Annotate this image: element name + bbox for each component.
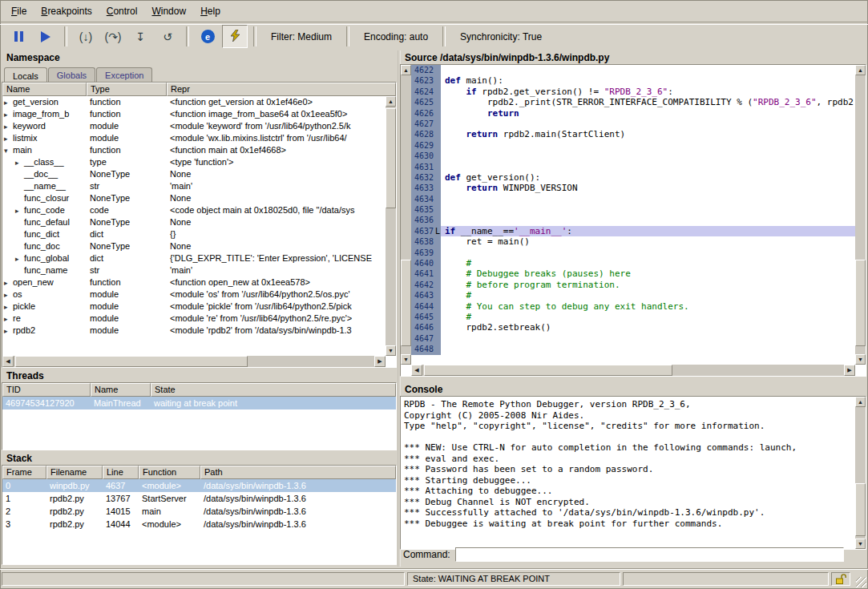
source-left-vscrollbar[interactable]: ▲ ▼ <box>401 65 411 365</box>
stack-frame-row[interactable]: 1rpdb2.py13767StartServer/data/sys/bin/w… <box>2 492 396 505</box>
namespace-row[interactable]: ▸image_from_bfunction<function image_fro… <box>2 108 386 120</box>
stack-frame-row[interactable]: 3rpdb2.py14044<module>/data/sys/bin/winp… <box>2 518 396 531</box>
namespace-row[interactable]: __doc__NoneTypeNone <box>2 168 386 180</box>
line-number-margin[interactable]: 4633 <box>411 183 441 193</box>
namespace-column-header-type[interactable]: Type <box>87 83 167 96</box>
scroll-right-icon[interactable]: ▶ <box>374 356 386 367</box>
step-return-button[interactable]: ↧ <box>127 25 153 48</box>
source-line[interactable]: 4636 <box>411 215 855 225</box>
scroll-thumb[interactable] <box>855 260 866 346</box>
line-number-margin[interactable]: 4637L <box>411 226 441 236</box>
source-line[interactable]: 4647 <box>411 333 855 344</box>
stack-frame-row[interactable]: 2rpdb2.py14015main/data/sys/bin/winpdb-1… <box>2 505 396 518</box>
source-line[interactable]: 4638 ret = main() <box>411 236 855 247</box>
namespace-row[interactable]: func_closurNoneTypeNone <box>2 192 386 204</box>
scroll-down-icon[interactable]: ▼ <box>401 354 411 365</box>
threads-column-header-tid[interactable]: TID <box>2 383 91 397</box>
namespace-vscrollbar[interactable]: ▲ ▼ <box>386 96 396 356</box>
source-line[interactable]: 4631 <box>411 162 855 172</box>
namespace-row[interactable]: ▸get_versionfunction<function get_versio… <box>2 96 386 108</box>
source-hscrollbar[interactable]: ◀ ▶ <box>411 365 855 376</box>
synchronicity-label[interactable]: Synchronicity: True <box>460 31 542 42</box>
scroll-track[interactable] <box>14 356 374 367</box>
tree-collapsed-icon[interactable]: ▸ <box>15 205 24 216</box>
line-number-margin[interactable]: 4641 <box>411 268 441 279</box>
source-line[interactable]: 4648 <box>411 344 855 354</box>
line-number-margin[interactable]: 4626 <box>411 108 441 119</box>
scroll-up-icon[interactable]: ▲ <box>386 96 396 107</box>
source-line[interactable]: 4627 <box>411 119 855 129</box>
tree-collapsed-icon[interactable]: ▸ <box>4 325 13 337</box>
namespace-row[interactable]: ▸rpdb2module<module 'rpdb2' from '/data/… <box>2 325 386 337</box>
menu-item-breakpoints[interactable]: Breakpoints <box>34 2 99 20</box>
resize-grip[interactable] <box>856 577 866 587</box>
namespace-row[interactable]: ▸func_codecode<code object main at 0x180… <box>2 204 386 216</box>
stack-column-header-frame[interactable]: Frame <box>2 466 46 479</box>
source-line[interactable]: 4622 <box>411 65 855 75</box>
scroll-track[interactable] <box>401 75 411 354</box>
step-over-button[interactable]: (↷) <box>100 25 126 48</box>
command-input[interactable] <box>455 547 844 562</box>
namespace-row[interactable]: ▸remodule<module 're' from '/usr/lib64/p… <box>2 313 386 325</box>
line-number-margin[interactable]: 4635 <box>411 204 441 215</box>
source-vscrollbar[interactable]: ▲ ▼ <box>855 65 866 365</box>
scroll-track[interactable] <box>386 107 396 345</box>
tree-collapsed-icon[interactable]: ▸ <box>4 133 13 144</box>
line-number-margin[interactable]: 4623 <box>411 75 441 86</box>
line-number-margin[interactable]: 4646 <box>411 322 441 333</box>
scroll-thumb[interactable] <box>424 365 672 376</box>
line-number-margin[interactable]: 4629 <box>411 140 441 151</box>
source-line[interactable]: 4630 <box>411 151 855 161</box>
stack-column-header-function[interactable]: Function <box>139 466 200 479</box>
scroll-up-icon[interactable]: ▲ <box>401 65 411 75</box>
scroll-track[interactable] <box>855 75 866 354</box>
source-line[interactable]: 4623def main(): <box>411 75 855 86</box>
tree-expanded-icon[interactable]: ▾ <box>4 145 13 156</box>
line-number-margin[interactable]: 4628 <box>411 129 441 139</box>
source-line[interactable]: 4626 return <box>411 108 855 119</box>
scroll-thumb[interactable] <box>401 260 411 346</box>
namespace-row[interactable]: __name__str'main' <box>2 180 386 192</box>
scroll-down-icon[interactable]: ▼ <box>386 345 396 356</box>
scroll-track[interactable] <box>422 365 844 376</box>
scroll-down-icon[interactable]: ▼ <box>855 354 866 365</box>
tree-collapsed-icon[interactable]: ▸ <box>4 97 13 108</box>
source-line[interactable]: 4625 rpdb2._print(STR_ERROR_INTERFACE_CO… <box>411 97 855 107</box>
line-number-margin[interactable]: 4634 <box>411 194 441 204</box>
namespace-row[interactable]: ▸osmodule<module 'os' from '/usr/lib64/p… <box>2 288 386 301</box>
filter-label[interactable]: Filter: Medium <box>271 31 332 42</box>
source-line[interactable]: 4641 # Debuggee breaks (pauses) here <box>411 268 855 279</box>
threads-column-header-name[interactable]: Name <box>91 383 151 397</box>
line-number-margin[interactable]: 4638 <box>411 236 441 247</box>
namespace-column-header-repr[interactable]: Repr <box>167 83 396 96</box>
menu-item-control[interactable]: Control <box>99 2 145 20</box>
line-number-margin[interactable]: 4625 <box>411 97 441 107</box>
scroll-thumb[interactable] <box>386 108 396 208</box>
namespace-row[interactable]: ▸keywordmodule<module 'keyword' from '/u… <box>2 120 386 132</box>
namespace-row[interactable]: ▾mainfunction<function main at 0x1ef4668… <box>2 144 386 156</box>
namespace-row[interactable]: ▸open_newfunction<function open_new at 0… <box>2 276 386 288</box>
menu-item-window[interactable]: Window <box>144 2 193 20</box>
threads-column-header-state[interactable]: State <box>151 383 396 397</box>
source-line[interactable]: 4632def get_version(): <box>411 172 855 183</box>
line-number-margin[interactable]: 4643 <box>411 290 441 301</box>
run-to-cursor-button[interactable]: ↺ <box>155 25 180 48</box>
line-number-margin[interactable]: 4636 <box>411 215 441 225</box>
line-number-margin[interactable]: 4645 <box>411 312 441 322</box>
source-line[interactable]: 4644 # You can step to debug any exit ha… <box>411 301 855 312</box>
tree-collapsed-icon[interactable]: ▸ <box>15 157 24 168</box>
source-line[interactable]: 4635 <box>411 204 855 215</box>
source-line[interactable]: 4639 <box>411 248 855 258</box>
synchronicity-button[interactable] <box>222 25 248 48</box>
namespace-row[interactable]: ▸picklemodule<module 'pickle' from '/usr… <box>2 301 386 313</box>
scroll-thumb[interactable] <box>855 483 866 536</box>
namespace-row[interactable]: ▸__class__type<type 'function'> <box>2 156 386 168</box>
source-line[interactable]: 4628 return rpdb2.main(StartClient) <box>411 129 855 139</box>
tree-collapsed-icon[interactable]: ▸ <box>4 277 13 288</box>
scroll-track[interactable] <box>855 407 866 539</box>
tree-collapsed-icon[interactable]: ▸ <box>4 313 13 325</box>
tree-collapsed-icon[interactable]: ▸ <box>4 109 13 120</box>
namespace-hscrollbar[interactable]: ◀ ▶ <box>2 356 386 367</box>
scroll-left-icon[interactable]: ◀ <box>411 365 422 376</box>
stack-column-header-filename[interactable]: Filename <box>46 466 103 479</box>
